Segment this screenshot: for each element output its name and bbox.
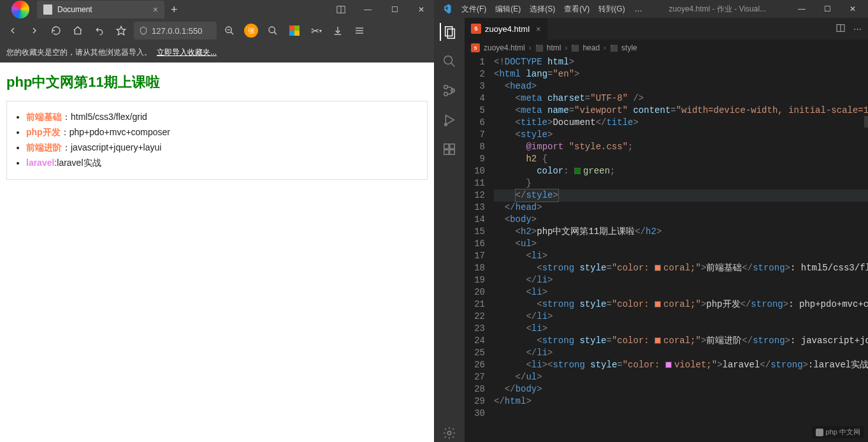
extensions-icon[interactable] [440, 140, 458, 158]
bookmark-bar: 您的收藏夹是空的，请从其他浏览器导入。 立即导入收藏夹... [0, 42, 434, 63]
code-line[interactable]: <li> [494, 323, 868, 335]
line-number: 15 [465, 226, 485, 238]
line-number: 28 [465, 383, 485, 395]
code-line[interactable]: <body> [494, 214, 868, 226]
breadcrumb-item[interactable]: html [547, 43, 561, 52]
search-icon[interactable] [440, 52, 458, 70]
code-line[interactable]: <title>Document</title> [494, 117, 868, 129]
editor-tab-label: zuoye4.html [485, 24, 530, 34]
code-line[interactable]: <style> [494, 129, 868, 141]
undo-button[interactable] [90, 22, 108, 40]
close-icon[interactable]: ✕ [409, 0, 434, 19]
line-number: 4 [465, 92, 485, 105]
tab-strip: Document × + — ☐ ✕ [0, 0, 434, 19]
code-line[interactable]: <h2>php中文网第11期上课啦</h2> [494, 226, 868, 238]
code-line[interactable]: </ul> [494, 371, 868, 383]
code-line[interactable]: h2 { [494, 153, 868, 165]
svg-point-16 [444, 85, 448, 89]
code-line[interactable]: </html> [494, 395, 868, 408]
svg-rect-23 [444, 150, 449, 154]
new-tab-button[interactable]: + [171, 3, 178, 17]
code-line[interactable] [494, 408, 868, 420]
line-number: 24 [465, 335, 485, 347]
split-window-icon[interactable] [328, 0, 354, 19]
vs-close-icon[interactable]: ✕ [840, 0, 865, 18]
vs-maximize-icon[interactable]: ☐ [814, 0, 840, 18]
back-button[interactable] [4, 22, 22, 40]
line-number: 12 [465, 189, 485, 202]
code-line[interactable]: <meta name="viewport" content="width=dev… [494, 105, 868, 117]
maximize-icon[interactable]: ☐ [382, 0, 407, 19]
zoom-out-icon[interactable] [221, 22, 238, 40]
code-line[interactable]: <!DOCTYPE html> [494, 56, 868, 68]
more-actions-icon[interactable]: ⋯ [853, 24, 862, 34]
code-line[interactable]: <html lang="en"> [494, 68, 868, 80]
code-line[interactable]: <li> [494, 250, 868, 262]
code-line[interactable]: <strong style="color: coral;">前端基础</stro… [494, 262, 868, 274]
code-line[interactable]: </head> [494, 202, 868, 214]
code-line[interactable]: </li> [494, 311, 868, 323]
browser-tab[interactable]: Document × [37, 1, 164, 18]
breadcrumb-item[interactable]: style [621, 43, 637, 52]
code-line[interactable]: @import "style.css"; [494, 141, 868, 153]
minimap[interactable] [864, 116, 868, 128]
svg-line-4 [231, 32, 233, 34]
menu-item[interactable]: 编辑(E) [491, 4, 525, 13]
breadcrumb-item[interactable]: zuoye4.html [484, 43, 525, 52]
editor-tab-actions: ⋯ [829, 18, 868, 40]
code-line[interactable]: <strong style="color: coral;">php开发</str… [494, 298, 868, 311]
menu-item[interactable]: 选择(S) [525, 4, 560, 13]
line-number: 3 [465, 80, 485, 92]
code-line[interactable]: <meta charset="UTF-8" /> [494, 92, 868, 105]
code-lines[interactable]: <!DOCTYPE html><html lang="en"> <head> <… [494, 56, 868, 442]
editor-tab-close-icon[interactable]: × [536, 24, 541, 34]
menu-item[interactable]: 文件(F) [457, 4, 491, 13]
profile-avatar[interactable]: 张 [242, 22, 260, 40]
code-line[interactable]: </body> [494, 383, 868, 395]
code-line[interactable]: color: green; [494, 165, 868, 177]
settings-gear-icon[interactable] [440, 424, 458, 442]
code-line[interactable]: <li> [494, 286, 868, 298]
svg-rect-21 [444, 144, 449, 149]
home-button[interactable] [69, 22, 87, 40]
scissors-icon[interactable]: ✂▾ [307, 22, 325, 40]
vs-minimize-icon[interactable]: — [789, 0, 814, 18]
code-line[interactable]: </style> [494, 189, 868, 202]
download-icon[interactable] [329, 22, 347, 40]
import-bookmarks-link[interactable]: 立即导入收藏夹... [157, 47, 217, 58]
browser-logo-icon[interactable] [11, 1, 29, 18]
menu-item[interactable]: 转到(G) [594, 4, 629, 13]
menu-overflow[interactable]: … [631, 4, 646, 13]
breadcrumb[interactable]: 5zuoye4.html›⬛html›⬛head›⬛style [465, 40, 868, 56]
address-bar[interactable]: 127.0.0.1:550 [134, 22, 217, 40]
code-line[interactable]: <ul> [494, 238, 868, 250]
forward-button[interactable] [25, 22, 43, 40]
menu-item[interactable]: 查看(V) [560, 4, 594, 13]
editor-tab[interactable]: 5 zuoye4.html × [465, 18, 548, 40]
reload-button[interactable] [47, 22, 65, 40]
svg-line-7 [274, 32, 277, 34]
minimize-icon[interactable]: — [355, 0, 380, 19]
vscode-window-controls: — ☐ ✕ [789, 0, 865, 18]
code-line[interactable]: <li><strong style="color: violet;">larav… [494, 359, 868, 371]
code-line[interactable]: } [494, 177, 868, 189]
code-line[interactable]: <strong style="color: coral;">前端进阶</stro… [494, 335, 868, 347]
code-line[interactable]: </li> [494, 347, 868, 359]
breadcrumb-sep: › [565, 43, 567, 52]
breadcrumb-item[interactable]: head [582, 43, 600, 52]
code-editor[interactable]: 1234567891011121314151617181920212223242… [465, 56, 868, 442]
run-debug-icon[interactable] [440, 111, 458, 129]
search-icon[interactable] [264, 22, 282, 40]
menu-icon[interactable] [351, 22, 368, 40]
bookmark-empty-text: 您的收藏夹是空的，请从其他浏览器导入。 [6, 47, 152, 58]
breadcrumb-node-icon: ⬛ [571, 45, 579, 52]
split-editor-icon[interactable] [835, 23, 846, 35]
source-control-icon[interactable] [440, 82, 458, 99]
tab-close-icon[interactable]: × [153, 4, 158, 15]
apps-icon[interactable] [286, 22, 303, 40]
code-line[interactable]: </li> [494, 274, 868, 286]
explorer-icon[interactable] [440, 23, 458, 41]
code-line[interactable]: <head> [494, 80, 868, 92]
bookmark-star-icon[interactable] [112, 22, 130, 40]
line-number: 27 [465, 371, 485, 383]
